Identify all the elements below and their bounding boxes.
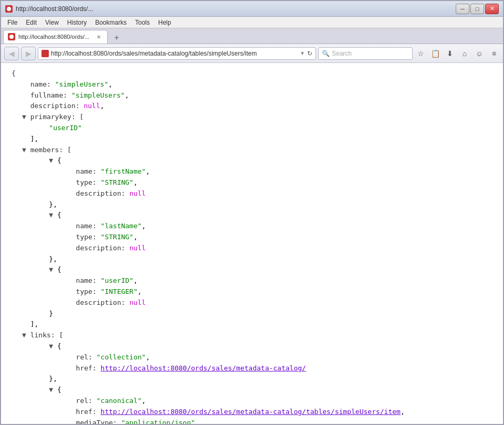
link2-rel: rel: "canonical", [12,396,492,407]
browser-window: http://localhost:8080/ords/... ─ □ ✕ Fil… [0,0,504,425]
name-line: name: "simpleUsers", [12,79,492,90]
close-button[interactable]: ✕ [485,4,499,14]
tab-favicon [8,33,15,40]
url-text: http://localhost:8080/ords/sales/metadat… [51,50,298,57]
new-tab-button[interactable]: + [110,32,123,44]
member1-open: ▼ { [12,155,492,166]
m2-name-value: "lastName" [101,222,142,230]
link1-close: }, [12,374,492,385]
m3-desc-null: null [129,299,145,306]
bookmark-icon[interactable]: ☆ [415,48,426,59]
member3-desc: description: null [12,298,492,309]
titlebar-controls: ─ □ ✕ [456,4,499,14]
primarykey-value: "userID" [12,123,492,134]
m3-name-key: name: [43,277,101,284]
m3-name-value: "userID" [101,277,134,284]
l2-mediatype-key: mediaType: [43,419,121,424]
link2-open: ▼ { [12,385,492,396]
titlebar-left: http://localhost:8080/ords/... [5,5,93,13]
url-dropdown-icon[interactable]: ▼ [300,50,305,56]
menu-icon[interactable]: ≡ [488,48,500,59]
member2-desc: description: null [12,243,492,254]
back-button[interactable]: ◀ [4,47,19,60]
link2-toggle[interactable]: ▼ [49,386,57,394]
download-icon[interactable]: ⬇ [444,48,456,59]
navbar: ◀ ▶ http://localhost:8080/ords/sales/met… [1,44,503,63]
reload-button[interactable]: ↻ [307,50,312,57]
tab-title: http://localhost:8080/ords/... [18,34,89,40]
l2-rel-key: rel: [43,397,97,405]
minimize-button[interactable]: ─ [456,4,469,14]
home-icon[interactable]: ⌂ [459,48,470,59]
m3-type-key: type: [43,288,101,295]
name-key: name: [22,80,55,88]
tabbar: http://localhost:8080/ords/... ✕ + [1,28,503,44]
name-value: "simpleUsers" [55,80,109,88]
m1-desc-null: null [129,189,145,197]
active-tab[interactable]: http://localhost:8080/ords/... ✕ [3,30,108,44]
menubar: File Edit View History Bookmarks Tools H… [1,17,503,28]
member2-toggle[interactable]: ▼ [49,211,57,219]
forward-button[interactable]: ▶ [21,47,36,60]
titlebar: http://localhost:8080/ords/... ─ □ ✕ [1,1,503,17]
menu-help[interactable]: Help [154,18,175,27]
member2-type: type: "STRING", [12,232,492,243]
link1-open: ▼ { [12,341,492,352]
member1-toggle[interactable]: ▼ [49,156,57,164]
menu-view[interactable]: View [41,18,63,27]
maximize-button[interactable]: □ [470,4,484,14]
l2-rel-value: "canonical" [97,397,142,405]
l1-href-value[interactable]: http://localhost:8080/ords/sales/metadat… [101,364,306,372]
members-toggle[interactable]: ▼ [22,146,30,154]
member3-name: name: "userID", [12,275,492,286]
link1-toggle[interactable]: ▼ [49,342,57,350]
member3-close: } [12,309,492,320]
menu-edit[interactable]: Edit [22,18,41,27]
m2-desc-key: description: [43,244,129,252]
m1-desc-key: description: [43,189,129,197]
l2-mediatype-value: "application/json" [121,419,195,424]
link1-rel: rel: "collection", [12,352,492,363]
fullname-line: fullname: "simpleUsers", [12,90,492,101]
titlebar-favicon [5,5,13,13]
l2-href-key: href: [43,408,101,416]
menu-tools[interactable]: Tools [131,18,154,27]
titlebar-title: http://localhost:8080/ords/... [16,5,93,13]
m3-type-value: "INTEGER" [101,288,138,295]
members-key: members: [30,146,67,154]
search-placeholder: Search [332,50,352,57]
links-toggle[interactable]: ▼ [22,331,30,339]
primarykey-toggle[interactable]: ▼ [22,113,30,121]
content-area: { name: "simpleUsers", fullname: "simple… [1,63,503,424]
member1-name: name: "firstName", [12,166,492,177]
m1-type-key: type: [43,178,101,186]
m1-name-key: name: [43,167,101,175]
l1-rel-value: "collection" [97,353,146,361]
member3-toggle[interactable]: ▼ [49,265,57,273]
fullname-key: fullname: [22,91,71,99]
links-key: links: [30,331,59,339]
primarykey-line: ▼ primarykey: [ [12,112,492,123]
menu-history[interactable]: History [63,18,91,27]
primarykey-item: "userID" [33,124,82,132]
member2-close: }, [12,254,492,265]
user-icon[interactable]: ☺ [474,48,485,59]
primarykey-key: primarykey: [30,113,80,121]
m2-type-value: "STRING" [101,233,134,241]
member2-name: name: "lastName", [12,221,492,232]
members-header: ▼ members: [ [12,145,492,156]
l1-href-key: href: [43,364,101,372]
member1-desc: description: null [12,188,492,199]
l2-href-value[interactable]: http://localhost:8080/ords/sales/metadat… [101,408,401,416]
search-bar[interactable]: 🔍 Search [318,47,413,60]
reader-icon[interactable]: 📋 [429,48,441,59]
menu-file[interactable]: File [3,18,22,27]
nav-icons: ☆ 📋 ⬇ ⌂ ☺ ≡ [415,48,500,59]
url-bar[interactable]: http://localhost:8080/ords/sales/metadat… [38,47,316,60]
tab-close-button[interactable]: ✕ [94,33,103,41]
l1-rel-key: rel: [43,353,97,361]
m1-name-value: "firstName" [101,167,146,175]
m2-desc-null: null [129,244,145,252]
menu-bookmarks[interactable]: Bookmarks [91,18,131,27]
member3-open: ▼ { [12,264,492,275]
